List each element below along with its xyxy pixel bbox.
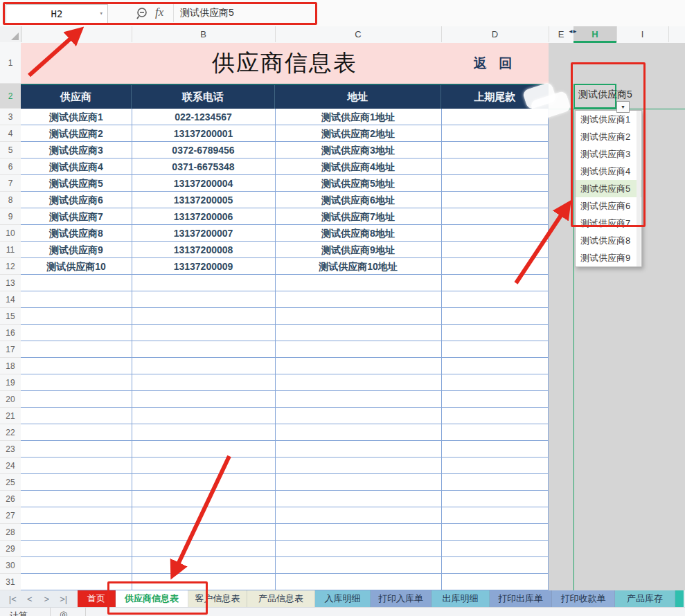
zoom-icon[interactable] — [136, 7, 150, 21]
title-row[interactable]: 供应商信息表 返 回 — [21, 43, 549, 84]
table-row[interactable]: 测试供应商1 022-1234567 测试供应商1地址 — [21, 109, 549, 125]
cell-supplier[interactable]: 测试供应商3 — [21, 142, 132, 158]
row-header[interactable]: 16 — [0, 325, 21, 341]
column-header-h[interactable]: H — [573, 26, 617, 42]
macro-record-icon[interactable]: ◎ — [60, 609, 67, 616]
name-box[interactable]: H2 ▾ — [6, 4, 108, 24]
header-supplier[interactable]: 供应商 — [21, 85, 132, 109]
row-header[interactable]: 24 — [0, 458, 21, 474]
cell-supplier[interactable]: 测试供应商6 — [21, 192, 132, 208]
sheet-tab[interactable]: 首页 — [78, 590, 116, 607]
cell-balance[interactable] — [441, 225, 549, 242]
row-header[interactable]: 29 — [0, 541, 21, 557]
sheet-tab[interactable]: 入库明细 — [315, 590, 371, 607]
sheet-tab[interactable]: 客户信息表 — [188, 590, 247, 607]
cell-phone[interactable]: 13137200001 — [132, 125, 275, 142]
row-header[interactable]: 27 — [0, 507, 21, 524]
cell-phone[interactable]: 0371-6675348 — [132, 158, 275, 175]
column-header-i[interactable]: I — [616, 26, 669, 42]
cell-supplier[interactable]: 测试供应商4 — [21, 158, 132, 175]
column-header-c[interactable]: C — [275, 26, 442, 42]
cell-phone[interactable]: 13137200009 — [132, 258, 275, 275]
cell-phone[interactable]: 0372-6789456 — [132, 142, 275, 158]
sheet-tab[interactable]: 打印收款单 — [552, 590, 615, 607]
cell-supplier[interactable]: 测试供应商1 — [21, 109, 132, 125]
row-header[interactable]: 3 — [0, 109, 21, 125]
cell-phone[interactable]: 13137200007 — [132, 225, 275, 242]
cell-address[interactable]: 测试供应商6地址 — [275, 192, 441, 208]
table-row[interactable]: 测试供应商6 13137200005 测试供应商6地址 — [21, 192, 549, 208]
cell-supplier[interactable]: 测试供应商5 — [21, 175, 132, 192]
cell-supplier[interactable]: 测试供应商9 — [21, 242, 132, 258]
row-header[interactable]: 1 — [0, 43, 21, 84]
cell-balance[interactable] — [441, 125, 549, 142]
sheet-tab[interactable]: 产品库存 — [615, 590, 675, 607]
row-header[interactable]: 8 — [0, 192, 21, 208]
table-row[interactable]: 测试供应商2 13137200001 测试供应商2地址 — [21, 125, 549, 142]
table-row[interactable]: 测试供应商9 13137200008 测试供应商9地址 — [21, 242, 549, 258]
cell-balance[interactable] — [441, 142, 549, 158]
row-header[interactable]: 13 — [0, 275, 21, 291]
cell-balance[interactable] — [441, 258, 549, 275]
row-header[interactable]: 10 — [0, 225, 21, 242]
dropdown-option[interactable]: 测试供应商2 — [576, 128, 641, 145]
last-sheet-button[interactable]: >| — [55, 594, 73, 604]
row-header[interactable]: 15 — [0, 308, 21, 325]
dropdown-option[interactable]: 测试供应商4 — [576, 163, 641, 180]
dropdown-scrollbar[interactable] — [637, 111, 641, 266]
column-header-a[interactable]: A — [21, 26, 132, 42]
cell-supplier[interactable]: 测试供应商10 — [21, 258, 132, 275]
hidden-columns-icon[interactable]: ◄► — [568, 28, 576, 35]
dropdown-option[interactable]: 测试供应商3 — [576, 145, 641, 163]
table-row[interactable]: 测试供应商5 13137200004 测试供应商5地址 — [21, 175, 549, 192]
column-header-d[interactable]: D — [441, 26, 549, 42]
row-header[interactable]: 7 — [0, 175, 21, 192]
dropdown-option[interactable]: 测试供应商5 — [576, 180, 641, 197]
table-row[interactable]: 测试供应商3 0372-6789456 测试供应商3地址 — [21, 142, 549, 158]
row-header[interactable]: 6 — [0, 158, 21, 175]
row-header[interactable]: 12 — [0, 258, 21, 275]
cell-address[interactable]: 测试供应商7地址 — [275, 208, 441, 225]
dropdown-option[interactable]: 测试供应商6 — [576, 197, 641, 215]
table-row[interactable]: 测试供应商8 13137200007 测试供应商8地址 — [21, 225, 549, 242]
cell-supplier[interactable]: 测试供应商8 — [21, 225, 132, 242]
row-header[interactable]: 18 — [0, 358, 21, 374]
row-header[interactable]: 22 — [0, 424, 21, 441]
dropdown-option[interactable]: 测试供应商8 — [576, 232, 641, 249]
dropdown-option[interactable]: 测试供应商7 — [576, 215, 641, 232]
cell-balance[interactable] — [441, 208, 549, 225]
table-row[interactable]: 测试供应商4 0371-6675348 测试供应商4地址 — [21, 158, 549, 175]
row-header[interactable]: 26 — [0, 491, 21, 507]
dropdown-option[interactable]: 测试供应商1 — [576, 111, 641, 128]
sheet-tab[interactable]: 产品信息表 — [247, 590, 315, 607]
sheet-tab[interactable]: 出库明细 — [432, 590, 490, 607]
row-header[interactable]: 4 — [0, 125, 21, 142]
header-address[interactable]: 地址 — [275, 85, 441, 109]
cell-address[interactable]: 测试供应商4地址 — [275, 158, 441, 175]
row-header[interactable]: 14 — [0, 291, 21, 308]
row-header[interactable]: 28 — [0, 524, 21, 541]
cell-phone[interactable]: 13137200006 — [132, 208, 275, 225]
cell-address[interactable]: 测试供应商1地址 — [275, 109, 441, 125]
cell-phone[interactable]: 13137200005 — [132, 192, 275, 208]
row-header[interactable]: 21 — [0, 408, 21, 424]
row-header[interactable]: 17 — [0, 341, 21, 358]
table-row[interactable]: 测试供应商10 13137200009 测试供应商10地址 — [21, 258, 549, 275]
fx-icon[interactable]: fx — [155, 6, 163, 19]
cell-balance[interactable] — [441, 175, 549, 192]
cell-address[interactable]: 测试供应商3地址 — [275, 142, 441, 158]
cell-supplier[interactable]: 测试供应商2 — [21, 125, 132, 142]
cell-address[interactable]: 测试供应商10地址 — [275, 258, 441, 275]
row-header[interactable]: 25 — [0, 474, 21, 491]
next-sheet-button[interactable]: > — [38, 594, 55, 604]
cell-phone[interactable]: 13137200004 — [132, 175, 275, 192]
cell-phone[interactable]: 13137200008 — [132, 242, 275, 258]
sheet-tab[interactable]: 供应商信息表 — [116, 590, 188, 607]
prev-sheet-button[interactable]: < — [21, 594, 39, 604]
select-all-corner[interactable] — [0, 26, 21, 42]
formula-input[interactable]: 测试供应商5 — [180, 7, 234, 19]
cell-supplier[interactable]: 测试供应商7 — [21, 208, 132, 225]
cell-balance[interactable] — [441, 158, 549, 175]
return-button[interactable]: 返 回 — [441, 43, 549, 84]
cell-balance[interactable] — [441, 192, 549, 208]
